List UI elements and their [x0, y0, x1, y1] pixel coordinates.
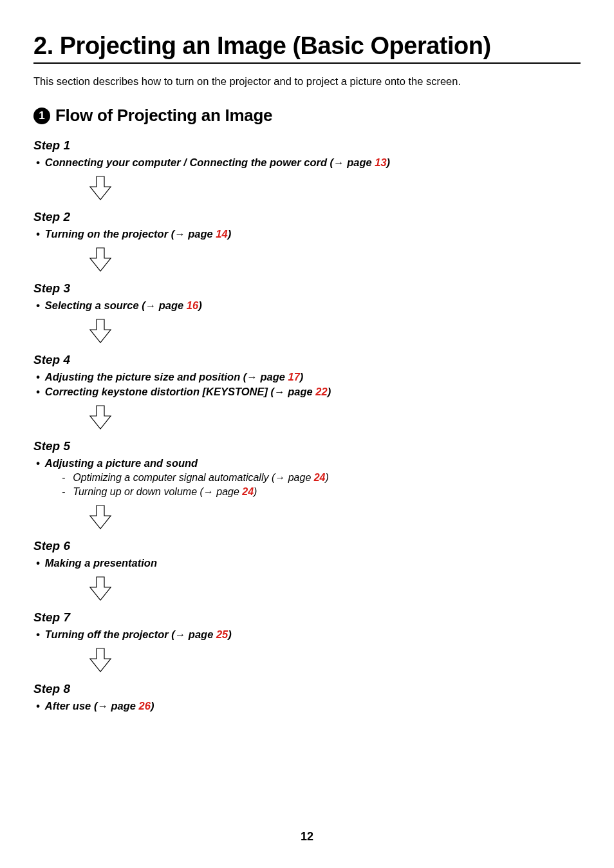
- step-text: Connecting your computer / Connecting th…: [45, 156, 390, 169]
- page-link[interactable]: 24: [242, 486, 254, 497]
- down-arrow-icon: [89, 576, 581, 604]
- step-text-prefix: Adjusting a picture and sound: [45, 457, 198, 469]
- step-block: Step 3•Selecting a source (→ page 16): [33, 281, 581, 312]
- page-word: page: [257, 371, 288, 382]
- page-link[interactable]: 26: [139, 700, 151, 712]
- step-text-suffix: ): [151, 700, 154, 712]
- page-link[interactable]: 17: [288, 371, 299, 382]
- step-text-prefix: Turning on the projector (: [45, 228, 174, 240]
- bullet-icon: •: [36, 628, 40, 641]
- dash-icon: -: [62, 472, 65, 484]
- page-word: page: [185, 628, 216, 640]
- step-block: Step 8•After use (→ page 26): [33, 682, 581, 712]
- bullet-icon: •: [36, 386, 40, 398]
- step-label: Step 5: [33, 439, 581, 453]
- page-link[interactable]: 25: [216, 628, 228, 640]
- page-word: page: [108, 700, 139, 712]
- page-link[interactable]: 24: [314, 472, 326, 483]
- step-text-suffix: ): [387, 156, 391, 168]
- sub-text-suffix: ): [326, 472, 329, 483]
- step-text: Adjusting a picture and sound: [45, 457, 198, 469]
- step-text-prefix: Turning off the projector (: [45, 628, 175, 640]
- step-bullet: •Making a presentation: [33, 557, 581, 569]
- arrow-glyph: →: [247, 371, 257, 382]
- sub-text-prefix: Optimizing a computer signal automatical…: [73, 472, 275, 483]
- down-arrow-icon: [89, 175, 581, 203]
- step-text-prefix: Connecting your computer / Connecting th…: [45, 156, 333, 168]
- page-link[interactable]: 16: [187, 299, 198, 311]
- step-text: Selecting a source (→ page 16): [45, 299, 202, 312]
- step-text-suffix: ): [198, 299, 202, 311]
- step-text: Making a presentation: [45, 557, 157, 569]
- sub-bullet: -Optimizing a computer signal automatica…: [62, 472, 581, 484]
- bullet-icon: •: [36, 457, 40, 469]
- sub-text: Optimizing a computer signal automatical…: [73, 472, 329, 484]
- page-number: 12: [0, 830, 614, 844]
- page-word: page: [285, 472, 313, 483]
- step-label: Step 3: [33, 281, 581, 296]
- bullet-icon: •: [36, 299, 40, 312]
- arrow-glyph: →: [203, 486, 214, 497]
- step-bullet: •Selecting a source (→ page 16): [33, 299, 581, 312]
- step-label: Step 6: [33, 539, 581, 553]
- arrow-glyph: →: [275, 472, 285, 483]
- step-label: Step 1: [33, 138, 581, 153]
- arrow-glyph: →: [175, 628, 186, 640]
- arrow-glyph: →: [97, 700, 108, 712]
- step-bullet: •Connecting your computer / Connecting t…: [33, 156, 581, 169]
- page-word: page: [344, 156, 375, 168]
- step-block: Step 4•Adjusting the picture size and po…: [33, 353, 581, 398]
- page-link[interactable]: 22: [315, 386, 327, 397]
- step-text-prefix: Adjusting the picture size and position …: [45, 371, 247, 382]
- step-bullet: •Adjusting a picture and sound: [33, 457, 581, 469]
- step-bullet: •Adjusting the picture size and position…: [33, 371, 581, 383]
- bullet-icon: •: [36, 156, 40, 169]
- step-text-prefix: Selecting a source (: [45, 299, 145, 311]
- arrow-glyph: →: [174, 228, 185, 240]
- step-block: Step 5•Adjusting a picture and sound-Opt…: [33, 439, 581, 498]
- sub-bullet: -Turning up or down volume (→ page 24): [62, 486, 581, 498]
- step-text: Turning off the projector (→ page 25): [45, 628, 232, 641]
- bullet-icon: •: [36, 371, 40, 383]
- step-bullet: •Turning off the projector (→ page 25): [33, 628, 581, 641]
- bullet-icon: •: [36, 700, 40, 712]
- down-arrow-icon: [89, 504, 581, 533]
- step-text-prefix: Correcting keystone distortion [KEYSTONE…: [45, 386, 274, 397]
- section-title: Flow of Projecting an Image: [55, 106, 272, 126]
- arrow-glyph: →: [145, 299, 156, 311]
- step-text-suffix: ): [328, 386, 331, 397]
- step-label: Step 7: [33, 610, 581, 625]
- page-word: page: [156, 299, 187, 311]
- down-arrow-icon: [89, 247, 581, 275]
- step-bullet: •Turning on the projector (→ page 14): [33, 228, 581, 240]
- arrow-glyph: →: [274, 386, 285, 397]
- step-block: Step 1•Connecting your computer / Connec…: [33, 138, 581, 169]
- step-label: Step 8: [33, 682, 581, 696]
- step-text-suffix: ): [228, 228, 232, 240]
- step-text: After use (→ page 26): [45, 700, 154, 712]
- dash-icon: -: [62, 486, 65, 498]
- down-arrow-icon: [89, 404, 581, 433]
- step-block: Step 6•Making a presentation: [33, 539, 581, 569]
- title-rule: [33, 62, 581, 64]
- sub-text-suffix: ): [254, 486, 257, 497]
- chapter-title: 2. Projecting an Image (Basic Operation): [33, 32, 581, 60]
- steps-container: Step 1•Connecting your computer / Connec…: [33, 138, 581, 712]
- step-text-suffix: ): [300, 371, 304, 382]
- arrow-glyph: →: [333, 156, 344, 168]
- down-arrow-icon: [89, 318, 581, 346]
- step-bullet: •Correcting keystone distortion [KEYSTON…: [33, 386, 581, 398]
- section-heading: 1 Flow of Projecting an Image: [33, 106, 581, 126]
- page-word: page: [285, 386, 316, 397]
- step-label: Step 4: [33, 353, 581, 367]
- step-text-prefix: After use (: [45, 700, 98, 712]
- step-text-suffix: ): [228, 628, 232, 640]
- step-bullet: •After use (→ page 26): [33, 700, 581, 712]
- step-text: Turning on the projector (→ page 14): [45, 228, 231, 240]
- bullet-icon: •: [36, 228, 40, 240]
- page-word: page: [185, 228, 216, 240]
- page-link[interactable]: 13: [375, 156, 386, 168]
- step-label: Step 2: [33, 210, 581, 224]
- page-link[interactable]: 14: [216, 228, 227, 240]
- section-number-badge-icon: 1: [33, 108, 50, 124]
